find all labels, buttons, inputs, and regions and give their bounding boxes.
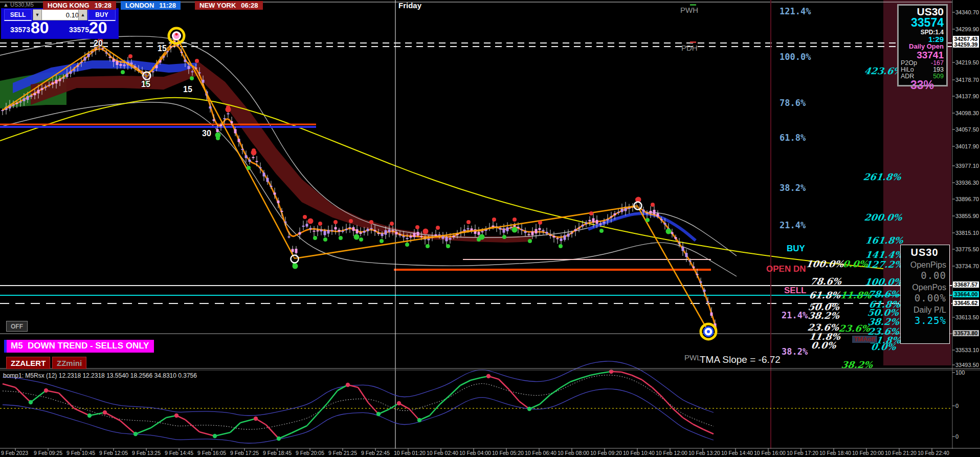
price-marker-label[interactable]: 33664.00 [953,291,979,297]
oscillator-segment [591,373,601,375]
time-axis-label[interactable]: 9 Feb 10:45 [66,450,95,456]
zzmini-button[interactable]: ZZmini [52,357,86,369]
sell-button[interactable]: SELL [4,9,32,21]
time-axis-label[interactable]: 10 Feb 13:20 [688,450,720,456]
zzalert-button[interactable]: ZZALERT [6,357,50,369]
price-scale-label[interactable]: 33533.10 [955,347,979,353]
price-scale-label[interactable]: 33775.50 [955,246,979,252]
time-axis-label[interactable]: 9 Feb 22:45 [361,450,390,456]
session-clock-london: LONDON11:28 [121,1,181,10]
price-scale-label[interactable]: 34340.70 [955,9,979,15]
time-axis-label[interactable]: 9 Feb 20:05 [296,450,324,456]
time-axis-label[interactable]: 10 Feb 14:40 [721,450,753,456]
swing-high-dot [538,221,542,225]
candle-body [259,167,262,168]
candle-body [521,229,523,230]
candle-body [542,230,545,231]
lot-increase-button[interactable]: ▲ [78,9,87,20]
candle-body [234,129,237,133]
collapse-arrow-icon[interactable]: ▲ [3,2,9,8]
oscillator-mid-band [3,375,714,429]
candle-body [535,229,538,233]
time-axis-label[interactable]: 9 Feb 14:45 [165,450,193,456]
time-axis-label[interactable]: 10 Feb 18:40 [819,450,851,456]
time-axis-label[interactable]: 9 Feb 13:25 [132,450,161,456]
price-scale-label[interactable]: 34098.30 [955,110,979,116]
price-scale-label[interactable]: 33855.90 [955,213,979,219]
candle-body [388,229,391,232]
oscillator-segment [3,384,15,387]
price-scale-label[interactable]: 34178.70 [955,77,979,83]
price-scale-label[interactable]: 34137.90 [955,93,979,99]
buy-signal-dot [215,133,221,138]
candle-body [571,232,573,233]
time-axis-label[interactable]: 9 Feb 12:05 [99,450,128,456]
price-marker-label[interactable]: 33687.57 [953,281,979,288]
price-scale-label[interactable]: 33896.70 [955,196,979,202]
candle-body [338,230,341,232]
tma-slope-label: TMA Slope = -6.72 [700,354,781,365]
price-scale-label[interactable]: 33734.70 [955,263,979,269]
oscillator-turn-dot [174,414,179,418]
price-marker-label[interactable]: 33645.62 [953,300,979,306]
time-axis-label[interactable]: 10 Feb 04:00 [459,450,491,456]
price-scale-label[interactable]: 33977.10 [955,163,979,169]
position-symbol: US30 [903,247,946,258]
time-axis-label[interactable]: 9 Feb 09:25 [34,450,62,456]
price-scale-label[interactable]: 33936.30 [955,180,979,186]
time-axis-label[interactable]: 10 Feb 02:40 [427,450,458,456]
price-chart-canvas[interactable] [0,0,980,457]
candle-body [689,260,692,262]
price-scale-label[interactable]: 34057.50 [955,126,979,133]
oscillator-segment [662,397,673,408]
time-axis-label[interactable]: 10 Feb 22:40 [918,450,949,456]
time-axis-label[interactable]: 10 Feb 08:00 [558,450,589,456]
swing-number-label: 30 [202,129,211,138]
time-axis-label[interactable]: 10 Feb 01:20 [394,450,426,456]
fib-signal-label: BUY [787,244,805,254]
time-axis-label[interactable]: 10 Feb 17:20 [787,450,818,456]
ask-price-big: 20 [89,19,107,36]
candle-body [449,238,452,240]
time-axis-label[interactable]: 9 Feb 17:25 [230,450,259,456]
fib-retrace-label: 141.4% [865,249,904,260]
prev-week-low-label: PWL [684,353,701,362]
price-scale-label[interactable]: 33815.10 [955,230,979,236]
time-axis-label[interactable]: 10 Feb 09:20 [590,450,622,456]
price-scale-label[interactable]: 34017.90 [955,143,979,149]
candle-body [309,228,312,229]
candle-body [12,105,15,106]
oscillator-segment [642,380,652,387]
tma-off-button[interactable]: TMAoff [852,336,877,343]
price-scale-label[interactable]: 34219.50 [955,59,979,66]
candle-body [231,121,233,123]
price-scale-label[interactable]: 33493.50 [955,362,979,368]
price-marker-label[interactable]: 34259.39 [953,41,979,48]
time-axis-label[interactable]: 9 Feb 16:05 [197,450,226,456]
price-marker-label[interactable]: 33573.80 [953,330,979,336]
time-axis-label[interactable]: 10 Feb 16:00 [754,450,786,456]
time-axis-label[interactable]: 10 Feb 21:20 [885,450,917,456]
time-axis-label[interactable]: 10 Feb 12:00 [656,450,687,456]
swing-high-dot [415,225,419,229]
off-toggle-button[interactable]: OFF [6,321,28,332]
mt4-chart-window: ▲ US30,M5 HONG KONG19:28LONDON11:28NEW Y… [0,0,980,457]
time-axis-label[interactable]: 9 Feb 21:25 [328,450,357,456]
time-axis-label[interactable]: 10 Feb 05:20 [492,450,524,456]
pivot-ring-marker [143,72,151,80]
time-axis-label[interactable]: 9 Feb 2023 [1,450,28,456]
time-axis-label[interactable]: 10 Feb 10:40 [623,450,655,456]
time-axis-label[interactable]: 10 Feb 20:00 [852,450,884,456]
candle-body [585,223,588,224]
symbol-info-panel: US30 33574 SPD:1.4 1:29 Daily Open 33741… [897,4,948,86]
swing-low-dot [405,243,409,247]
price-scale-label[interactable]: 33613.50 [955,314,979,320]
time-axis-label[interactable]: 9 Feb 18:45 [263,450,292,456]
position-row-label: OpenPips [903,260,946,270]
swing-high-dot [390,222,394,226]
buy-signal-dot [512,227,518,233]
price-scale-label[interactable]: 34299.90 [955,26,979,32]
ma-cloud-main [197,60,532,243]
oscillator-segment [693,424,703,429]
time-axis-label[interactable]: 10 Feb 06:40 [525,450,556,456]
